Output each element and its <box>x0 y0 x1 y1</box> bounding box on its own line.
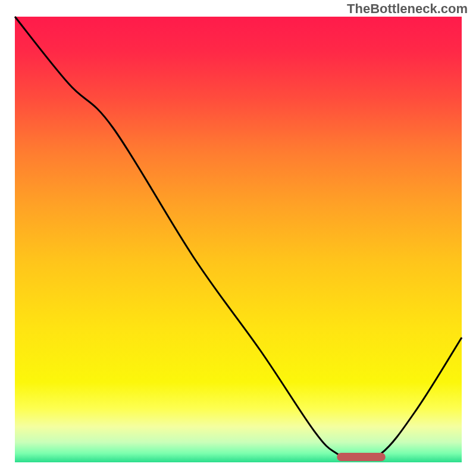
chart-container: TheBottleneck.com <box>0 0 476 476</box>
attribution-label: TheBottleneck.com <box>347 1 468 17</box>
bottleneck-chart <box>0 0 476 476</box>
chart-background <box>15 17 462 462</box>
